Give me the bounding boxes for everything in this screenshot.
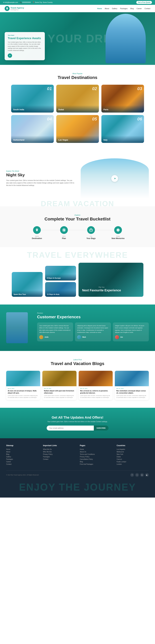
footer-link[interactable]: Career xyxy=(6,461,38,462)
nav-gallery[interactable]: Gallery xyxy=(112,8,117,10)
footer-link[interactable]: Kuala Lumpur xyxy=(117,461,149,462)
blog-image-1 xyxy=(6,371,40,386)
nav-links: Home About Gallery Packages Blog Career … xyxy=(97,8,150,10)
facebook-icon[interactable]: f xyxy=(130,473,134,477)
nav-home[interactable]: Home xyxy=(97,8,102,10)
destinations-subtitle: Most Popular xyxy=(6,72,149,74)
destination-paris[interactable]: 03 Paris xyxy=(101,85,144,112)
footer-link[interactable]: Packages xyxy=(6,458,38,460)
spain-label: Spain Bus Tour xyxy=(12,290,43,297)
dest-num-4: 04 xyxy=(47,116,52,122)
blog-date-2: Nov 16, 2021 xyxy=(44,388,75,389)
nav-career[interactable]: Career xyxy=(137,8,142,10)
play-button[interactable] xyxy=(111,175,118,182)
avatar-joe xyxy=(115,335,119,339)
footer-link[interactable]: Privacy Policy xyxy=(43,454,75,455)
footer-link[interactable]: Melbourne xyxy=(117,451,149,453)
newsletter-form: SUBSCRIBE xyxy=(47,426,109,430)
bucketlist-subtitle: Explore xyxy=(6,214,149,216)
footer-pages-title: Pages xyxy=(80,444,112,446)
youtube-icon[interactable]: ▶ xyxy=(145,473,149,477)
step-label-1: Destination xyxy=(32,237,42,240)
instagram-icon[interactable]: in xyxy=(140,473,144,477)
footer-link[interactable]: About xyxy=(6,451,38,453)
footer-link[interactable]: Privacy Policy xyxy=(80,456,112,458)
footer-link[interactable]: Home xyxy=(80,448,112,450)
topbar-right[interactable]: Get a Free Quote xyxy=(136,1,152,4)
destination-icon xyxy=(33,226,41,234)
nav-packages[interactable]: Packages xyxy=(120,8,128,10)
dest-num-1: 01 xyxy=(47,86,52,91)
footer-link[interactable]: Cancellation Policy xyxy=(80,458,112,460)
logo-tagline: travelagency xyxy=(10,9,24,10)
footer-link[interactable]: What We Do xyxy=(43,448,75,450)
plan-icon xyxy=(60,226,68,234)
step-label-3: Your Bags xyxy=(86,237,96,240)
nav-blog[interactable]: Blog xyxy=(130,8,134,10)
step-bags: Fun Your Bags xyxy=(78,226,105,240)
reviewer-name-3: Joe xyxy=(120,336,123,338)
footer-link[interactable]: New York xyxy=(117,454,149,455)
footer-link[interactable]: Home xyxy=(6,448,38,450)
footer-link[interactable]: Cancun xyxy=(117,458,149,460)
plan-label: Plan Your xyxy=(82,286,121,288)
hero-card: Your Next Travel Experience Awaits Your … xyxy=(5,32,45,60)
footer-link[interactable]: Contact xyxy=(6,463,38,465)
blogs-section: Latest Post Travel and Vacation Blogs De… xyxy=(0,351,155,408)
footer-link[interactable]: Packages xyxy=(43,456,75,458)
copyright: © Site Plan Travel Agency 2022. All Righ… xyxy=(6,474,39,476)
destination-italy[interactable]: 06 Italy xyxy=(101,115,144,143)
blog-image-4 xyxy=(115,371,149,386)
blog-image-2 xyxy=(42,371,76,386)
nav-about[interactable]: About xyxy=(105,8,109,10)
footer-link[interactable]: Who We Are xyxy=(43,451,75,453)
destinations-section: Most Popular Travel Destinations 01 Sout… xyxy=(0,65,155,151)
footer-link[interactable]: London xyxy=(117,463,149,465)
destination-dubai[interactable]: 02 Dubai xyxy=(56,85,99,112)
footer-link[interactable]: Free trial Packages xyxy=(80,463,112,465)
newsletter-text: Your content goes here. Edit or remove t… xyxy=(6,421,149,422)
blog-3[interactable]: Nov 15, 2021 Nec ut lorum at, volverra u… xyxy=(79,371,113,400)
step-num-4: Enjoy xyxy=(116,236,120,237)
blog-title-4: Nec molestiam consequat alique cursus si… xyxy=(116,390,147,394)
footer-countries-title: Countries xyxy=(117,444,149,446)
review-2: Adipiscing elit ut aliquam purus sit ame… xyxy=(75,322,111,341)
hero-card-title: Travel Experience Awaits xyxy=(8,37,42,40)
blog-image-3 xyxy=(79,371,113,386)
nav-contact[interactable]: Contact xyxy=(145,8,150,10)
footer-link[interactable]: Blog xyxy=(6,454,38,455)
tour-europe[interactable]: 8 Days In Europe xyxy=(45,266,76,280)
footer-link[interactable]: Blog xyxy=(80,461,112,462)
footer-link[interactable]: Dubai xyxy=(117,456,149,458)
blog-text-3: Lorem ipsum dolor sit amet, consectetur … xyxy=(80,395,111,398)
explore-section: Explore The World Night Sky Your content… xyxy=(0,151,155,206)
logo-icon xyxy=(5,6,9,11)
footer-link[interactable]: Contact xyxy=(43,458,75,460)
quote-button[interactable]: Get a Free Quote xyxy=(136,1,152,4)
blogs-subtitle: Latest Post xyxy=(6,359,149,360)
destination-las-vegas[interactable]: 05 Las Vegas xyxy=(56,115,99,143)
step-destination: Name Destination xyxy=(23,226,50,240)
footer-link[interactable]: About Us xyxy=(80,451,112,453)
tour-spain[interactable]: Spain Bus Tour xyxy=(12,272,43,297)
hero-card-button[interactable] xyxy=(8,54,12,58)
newsletter-input[interactable] xyxy=(47,426,94,430)
blog-2[interactable]: Nov 16, 2021 Nullam aliquet velit quat v… xyxy=(42,371,76,400)
footer-link[interactable]: Terms and Conditions xyxy=(80,454,112,455)
blog-4[interactable]: Nov 10, 2021 Nec molestiam consequat ali… xyxy=(115,371,149,400)
footer-link[interactable]: Los Angeles xyxy=(117,448,149,450)
newsletter-section: Get All The Updates And Offers! Your con… xyxy=(0,408,155,438)
reviewer-name-2: Mark xyxy=(82,336,86,338)
footer-link[interactable]: Gallery xyxy=(6,456,38,458)
destination-south-india[interactable]: 01 South India xyxy=(11,85,54,112)
footer-sitemap-title: Sitemap xyxy=(6,444,38,446)
newsletter-submit[interactable]: SUBSCRIBE xyxy=(94,426,109,430)
twitter-icon[interactable]: t xyxy=(135,473,139,477)
tour-asia[interactable]: 11 Days In Asia xyxy=(45,282,76,297)
footer-sitemap: Sitemap Home About Blog Gallery Packages… xyxy=(6,444,38,466)
destination-switzerland[interactable]: 04 Switzerland xyxy=(11,115,54,143)
travel-everywhere-section: TRAVEL EVERYWHERE Spain Bus Tour 8 Days … xyxy=(0,247,155,304)
tour-next-fav[interactable]: Plan Your Next Favourite Experience xyxy=(79,263,144,297)
review-1: Your content goes here. Edit or remove t… xyxy=(37,322,73,341)
blog-1[interactable]: Dec 8, 2021 At nunc est accumsan et temp… xyxy=(6,371,40,400)
